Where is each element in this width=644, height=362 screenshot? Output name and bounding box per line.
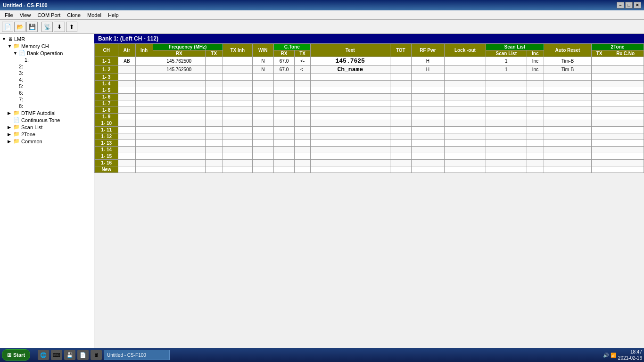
cell-autoreset[interactable] bbox=[544, 94, 591, 100]
cell-lockout[interactable] bbox=[444, 147, 486, 153]
table-row[interactable]: 1- 10 bbox=[95, 120, 644, 127]
menu-clone[interactable]: Clone bbox=[64, 11, 83, 19]
cell-tx[interactable] bbox=[205, 81, 223, 87]
cell-autoreset[interactable] bbox=[544, 160, 591, 166]
cell-autoreset[interactable] bbox=[544, 147, 591, 153]
menu-file[interactable]: File bbox=[2, 11, 16, 19]
table-row[interactable]: 1- 9 bbox=[95, 114, 644, 120]
cell-text[interactable] bbox=[310, 147, 390, 153]
cell-ch[interactable]: 1- 13 bbox=[95, 140, 118, 147]
cell-txinh[interactable] bbox=[223, 94, 252, 100]
cell-txinh[interactable] bbox=[223, 107, 252, 114]
toolbar-save[interactable]: 💾 bbox=[26, 22, 38, 32]
cell-wn[interactable] bbox=[253, 114, 274, 120]
tree-expand-memory[interactable]: ▼ bbox=[8, 44, 13, 49]
cell-ch[interactable]: 1- 1 bbox=[95, 57, 118, 66]
taskbar-save-icon[interactable]: 💾 bbox=[64, 350, 75, 360]
cell-tot[interactable] bbox=[390, 166, 411, 173]
menu-model[interactable]: Model bbox=[84, 11, 104, 19]
cell-ch[interactable]: 1- 9 bbox=[95, 114, 118, 120]
cell-rf[interactable] bbox=[411, 114, 444, 120]
cell-ctx-rx[interactable] bbox=[273, 166, 295, 173]
tree-expand-2tone[interactable]: ▶ bbox=[8, 132, 13, 137]
tree-dtmf[interactable]: ▶ 📁 DTMF Autodial bbox=[2, 109, 92, 116]
cell-wn[interactable]: N bbox=[253, 66, 274, 74]
cell-txinh[interactable] bbox=[223, 140, 252, 147]
cell-text[interactable] bbox=[310, 127, 390, 133]
taskbar-app-button[interactable]: Untitled - CS-F100 bbox=[104, 350, 170, 360]
cell-inh[interactable] bbox=[135, 166, 153, 173]
cell-tot[interactable] bbox=[390, 94, 411, 100]
cell-inh[interactable] bbox=[135, 127, 153, 133]
cell-tx[interactable] bbox=[205, 147, 223, 153]
cell-lockout[interactable] bbox=[444, 100, 486, 107]
cell-tx2[interactable] bbox=[591, 81, 607, 87]
tree-expand-common[interactable]: ▶ bbox=[8, 139, 13, 144]
cell-ctx-rx[interactable] bbox=[273, 114, 295, 120]
cell-atr[interactable] bbox=[118, 87, 135, 94]
cell-rx[interactable]: 145.762500 bbox=[153, 57, 205, 66]
cell-text[interactable] bbox=[310, 120, 390, 127]
cell-ctx-rx[interactable] bbox=[273, 107, 295, 114]
cell-rf[interactable] bbox=[411, 160, 444, 166]
cell-ch[interactable]: 1- 10 bbox=[95, 120, 118, 127]
cell-inh[interactable] bbox=[135, 100, 153, 107]
cell-ctx-rx[interactable]: 67.0 bbox=[273, 57, 295, 66]
cell-autoreset[interactable] bbox=[544, 100, 591, 107]
minimize-button[interactable]: − bbox=[617, 2, 624, 8]
table-row[interactable]: New bbox=[95, 166, 644, 173]
cell-ctx-rx[interactable] bbox=[273, 160, 295, 166]
table-row[interactable]: 1- 15 bbox=[95, 153, 644, 160]
cell-tx[interactable] bbox=[205, 140, 223, 147]
cell-inh[interactable] bbox=[135, 153, 153, 160]
cell-rf[interactable] bbox=[411, 81, 444, 87]
cell-atr[interactable] bbox=[118, 140, 135, 147]
tree-bank-operation[interactable]: ▼ 📄 Bank Operation bbox=[2, 49, 92, 57]
table-row[interactable]: 1- 5 bbox=[95, 87, 644, 94]
cell-scanlist[interactable] bbox=[486, 87, 527, 94]
table-row[interactable]: 1- 3 bbox=[95, 74, 644, 81]
cell-ctx-tx[interactable] bbox=[295, 87, 310, 94]
cell-ctx-tx[interactable] bbox=[295, 114, 310, 120]
cell-rx[interactable] bbox=[153, 147, 205, 153]
cell-lockout[interactable] bbox=[444, 120, 486, 127]
cell-rxcno[interactable] bbox=[607, 66, 644, 74]
cell-rf[interactable] bbox=[411, 153, 444, 160]
taskbar-calc-icon[interactable]: 🖩 bbox=[91, 350, 102, 360]
cell-tx2[interactable] bbox=[591, 57, 607, 66]
cell-rf[interactable]: H bbox=[411, 57, 444, 66]
cell-rf[interactable] bbox=[411, 166, 444, 173]
cell-rxcno[interactable] bbox=[607, 166, 644, 173]
cell-autoreset[interactable] bbox=[544, 140, 591, 147]
cell-ch[interactable]: New bbox=[95, 166, 118, 173]
cell-tx2[interactable] bbox=[591, 100, 607, 107]
cell-tx[interactable] bbox=[205, 127, 223, 133]
cell-inh[interactable] bbox=[135, 147, 153, 153]
cell-wn[interactable] bbox=[253, 107, 274, 114]
cell-inc[interactable] bbox=[527, 107, 544, 114]
cell-ch[interactable]: 1- 8 bbox=[95, 107, 118, 114]
taskbar-file-icon[interactable]: 📄 bbox=[77, 350, 89, 360]
cell-ch[interactable]: 1- 6 bbox=[95, 94, 118, 100]
cell-wn[interactable] bbox=[253, 87, 274, 94]
cell-ch[interactable]: 1- 4 bbox=[95, 81, 118, 87]
cell-txinh[interactable] bbox=[223, 127, 252, 133]
cell-atr[interactable] bbox=[118, 160, 135, 166]
tree-scanlist[interactable]: ▶ 📁 Scan List bbox=[2, 123, 92, 131]
cell-rx[interactable] bbox=[153, 100, 205, 107]
cell-ctx-tx[interactable] bbox=[295, 153, 310, 160]
cell-ctx-rx[interactable] bbox=[273, 147, 295, 153]
cell-rf[interactable] bbox=[411, 133, 444, 140]
menu-comport[interactable]: COM Port bbox=[34, 11, 63, 19]
cell-atr[interactable] bbox=[118, 114, 135, 120]
cell-rf[interactable] bbox=[411, 127, 444, 133]
cell-scanlist[interactable] bbox=[486, 74, 527, 81]
cell-tx[interactable] bbox=[205, 57, 223, 66]
table-row[interactable]: 1- 14 bbox=[95, 147, 644, 153]
cell-tx2[interactable] bbox=[591, 114, 607, 120]
cell-tx2[interactable] bbox=[591, 66, 607, 74]
tree-bank-4[interactable]: 4: bbox=[2, 76, 92, 83]
cell-autoreset[interactable] bbox=[544, 153, 591, 160]
cell-inh[interactable] bbox=[135, 66, 153, 74]
cell-lockout[interactable] bbox=[444, 94, 486, 100]
